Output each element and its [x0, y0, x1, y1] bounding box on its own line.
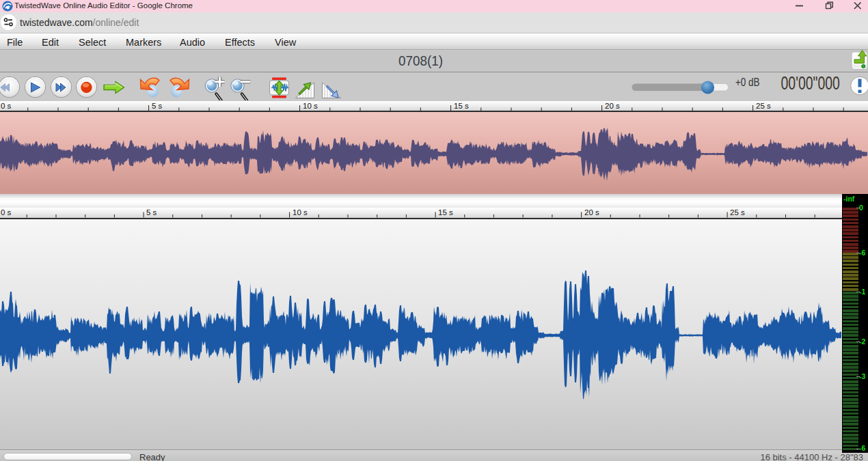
svg-text:10 s: 10 s — [303, 102, 318, 110]
svg-text:10 s: 10 s — [293, 208, 308, 216]
svg-text:5 s: 5 s — [152, 102, 163, 110]
svg-text:0 s: 0 s — [1, 208, 12, 216]
svg-text:20 s: 20 s — [584, 208, 599, 216]
svg-text:5 s: 5 s — [146, 208, 157, 216]
svg-text:15 s: 15 s — [454, 102, 469, 110]
svg-text:25 s: 25 s — [730, 208, 745, 216]
svg-text:15 s: 15 s — [438, 208, 453, 216]
svg-text:25 s: 25 s — [756, 102, 771, 110]
svg-text:20 s: 20 s — [605, 102, 620, 110]
svg-text:0 s: 0 s — [1, 102, 12, 110]
